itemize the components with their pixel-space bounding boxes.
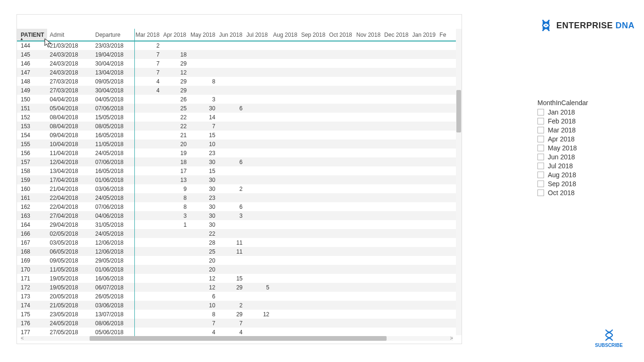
cell: 6 xyxy=(218,104,246,113)
cell xyxy=(218,292,246,301)
checkbox-icon[interactable] xyxy=(537,172,544,178)
column-header[interactable]: Admit xyxy=(47,29,92,41)
cell xyxy=(328,265,355,274)
slicer-item[interactable]: Mar 2018 xyxy=(537,126,613,134)
cell: 10 xyxy=(190,140,218,148)
table-row: 15208/04/201815/05/20182214 xyxy=(17,113,462,122)
cell xyxy=(246,211,272,220)
column-header[interactable]: Apr 2018 xyxy=(162,29,190,41)
cell xyxy=(355,184,383,193)
column-header[interactable]: Oct 2018 xyxy=(328,29,355,41)
subscribe-button[interactable]: SUBSCRIBE xyxy=(595,329,623,348)
cell xyxy=(246,202,272,211)
checkbox-icon[interactable] xyxy=(537,136,544,142)
cell: 30 xyxy=(190,175,218,184)
cell: 12/06/2018 xyxy=(92,247,134,256)
column-header[interactable]: Departure xyxy=(92,29,134,41)
cell: 158 xyxy=(17,166,47,175)
cell: 8 xyxy=(162,193,190,202)
checkbox-icon[interactable] xyxy=(537,145,544,151)
column-header[interactable]: Mar 2018 xyxy=(134,29,162,41)
cell xyxy=(246,41,272,50)
cell: 3 xyxy=(218,211,246,220)
table-row: 17523/05/201813/07/201882912 xyxy=(17,310,462,319)
table-row: 16021/04/201803/06/20189302 xyxy=(17,184,462,193)
slicer-item[interactable]: Jan 2018 xyxy=(537,108,613,116)
month-slicer[interactable]: MonthInCalendar Jan 2018Feb 2018Mar 2018… xyxy=(537,99,613,198)
horizontal-scrollbar[interactable]: < > xyxy=(21,336,453,341)
cell xyxy=(272,175,300,184)
cell xyxy=(383,265,411,274)
cell xyxy=(383,175,411,184)
column-header[interactable]: Dec 2018 xyxy=(383,29,411,41)
column-header[interactable]: May 2018 xyxy=(190,29,218,41)
cell xyxy=(383,229,411,238)
column-header[interactable]: Sep 2018 xyxy=(300,29,328,41)
slicer-item[interactable]: Sep 2018 xyxy=(537,180,613,188)
cell xyxy=(328,319,355,328)
cell: 23/05/2018 xyxy=(47,310,92,319)
cell xyxy=(300,238,328,247)
checkbox-icon[interactable] xyxy=(537,127,544,133)
table-row: 17119/05/201816/06/20181215 xyxy=(17,274,462,283)
table-row: 15813/04/201816/05/20181715 xyxy=(17,166,462,175)
column-header[interactable]: PATIENT▲ xyxy=(17,29,47,41)
column-header[interactable]: Jan 2019 xyxy=(411,29,438,41)
cell xyxy=(246,50,272,59)
table-row: 16806/05/201812/06/20182511 xyxy=(17,247,462,256)
column-header[interactable]: Jul 2018 xyxy=(246,29,272,41)
checkbox-icon[interactable] xyxy=(537,109,544,115)
cell: 7 xyxy=(134,68,162,77)
cell: 09/04/2018 xyxy=(47,131,92,140)
cell xyxy=(383,41,411,50)
slicer-item[interactable]: Oct 2018 xyxy=(537,189,613,197)
checkbox-icon[interactable] xyxy=(537,163,544,169)
checkbox-icon[interactable] xyxy=(537,189,544,196)
cell: 15 xyxy=(218,274,246,283)
scroll-thumb[interactable] xyxy=(90,336,387,341)
matrix-visual[interactable]: PATIENT▲AdmitDepartureMar 2018Apr 2018Ma… xyxy=(17,14,462,344)
slicer-item[interactable]: Jul 2018 xyxy=(537,162,613,170)
cell xyxy=(411,166,438,175)
cell: 19 xyxy=(162,148,190,157)
scroll-right-icon[interactable]: > xyxy=(450,335,453,341)
scroll-thumb[interactable] xyxy=(456,90,461,132)
cell: 10 xyxy=(190,301,218,310)
slicer-item[interactable]: Apr 2018 xyxy=(537,135,613,143)
slicer-label: Jan 2018 xyxy=(548,108,575,116)
cell xyxy=(328,247,355,256)
cell xyxy=(134,256,162,265)
cell: 08/05/2018 xyxy=(92,122,134,131)
cell xyxy=(355,59,383,68)
cell: 11/05/2018 xyxy=(47,265,92,274)
checkbox-icon[interactable] xyxy=(537,154,544,160)
cell xyxy=(411,59,438,68)
slicer-item[interactable]: Feb 2018 xyxy=(537,117,613,125)
column-header[interactable]: Jun 2018 xyxy=(218,29,246,41)
cell xyxy=(328,292,355,301)
cell xyxy=(272,104,300,113)
cell xyxy=(383,319,411,328)
cell xyxy=(272,220,300,229)
scroll-left-icon[interactable]: < xyxy=(21,335,24,341)
cell: 164 xyxy=(17,220,47,229)
slicer-item[interactable]: Aug 2018 xyxy=(537,171,613,179)
checkbox-icon[interactable] xyxy=(537,118,544,124)
column-header[interactable]: Aug 2018 xyxy=(272,29,300,41)
column-header[interactable]: Nov 2018 xyxy=(355,29,383,41)
slicer-item[interactable]: Jun 2018 xyxy=(537,153,613,161)
cell: 155 xyxy=(17,140,47,148)
cell xyxy=(134,104,162,113)
cell xyxy=(328,328,355,337)
vertical-scrollbar[interactable] xyxy=(456,29,462,335)
cell xyxy=(300,113,328,122)
cell xyxy=(218,113,246,122)
slicer-label: Jun 2018 xyxy=(548,153,575,161)
table-row: 15409/04/201816/05/20182115 xyxy=(17,131,462,140)
checkbox-icon[interactable] xyxy=(537,181,544,187)
cell xyxy=(272,256,300,265)
cell: 12 xyxy=(162,68,190,77)
cell: 6 xyxy=(218,157,246,166)
slicer-item[interactable]: May 2018 xyxy=(537,144,613,152)
cell: 30 xyxy=(190,157,218,166)
